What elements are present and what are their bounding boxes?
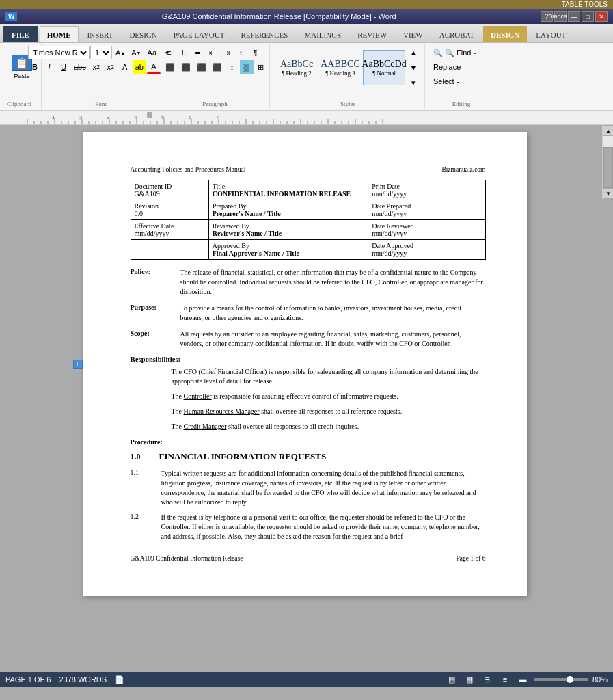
numbering-button[interactable]: 1. bbox=[177, 46, 191, 59]
italic-button[interactable]: I bbox=[42, 60, 56, 74]
svg-text:2: 2 bbox=[79, 114, 83, 120]
font-family-select[interactable]: Times New Ro... bbox=[28, 46, 90, 59]
view-outline[interactable]: ≡ bbox=[498, 673, 512, 686]
heading2-style-item[interactable]: AaBbCc ¶ Heading 2 bbox=[275, 50, 318, 85]
shrink-font-button[interactable]: A▼ bbox=[128, 46, 144, 59]
normal-preview: AaBbCcDd bbox=[362, 59, 406, 70]
page-footer: G&A109 Confidential Information Release … bbox=[131, 555, 486, 562]
title-bar-center: G&A109 Confidential Information Release … bbox=[17, 12, 541, 21]
scroll-up-button[interactable]: ▲ bbox=[603, 125, 613, 136]
align-center-button[interactable]: ⬛ bbox=[178, 60, 193, 74]
find-button[interactable]: 🔍 🔍 Find - bbox=[431, 46, 492, 59]
approved-by-label: Approved By bbox=[213, 242, 365, 250]
table-tools-header: TABLE TOOLS bbox=[0, 0, 613, 9]
align-right-button[interactable]: ⬛ bbox=[194, 60, 209, 74]
zoom-slider[interactable] bbox=[534, 678, 588, 681]
title-bar-right[interactable]: ? Bianca... — □ ✕ bbox=[541, 11, 608, 22]
tab-layout[interactable]: LAYOUT bbox=[528, 26, 573, 42]
minimize-button[interactable]: — bbox=[568, 11, 580, 22]
underline-button[interactable]: U bbox=[57, 60, 70, 74]
user-button[interactable]: Bianca... bbox=[554, 11, 567, 22]
procedure-section: Procedure: 1.0 FINANCIAL INFORMATION REQ… bbox=[131, 438, 486, 541]
add-row-button[interactable]: + bbox=[73, 360, 83, 369]
date-reviewed-label: Date Reviewed bbox=[372, 222, 481, 230]
shading-button[interactable]: ▒ bbox=[240, 60, 254, 74]
scroll-thumb[interactable] bbox=[603, 147, 613, 188]
editing-group: 🔍 🔍 Find - Replace Select - Editing bbox=[426, 44, 496, 109]
select-button[interactable]: Select - bbox=[431, 75, 492, 88]
revision-cell: Revision 0.0 bbox=[131, 200, 208, 220]
view-full-reading[interactable]: ▦ bbox=[463, 673, 476, 686]
text-effects-button[interactable]: A bbox=[118, 60, 132, 74]
tab-mailings[interactable]: MAILINGS bbox=[297, 26, 349, 42]
normal-style-item[interactable]: AaBbCcDd ¶ Normal bbox=[363, 50, 405, 85]
justify-button[interactable]: ⬛ bbox=[210, 60, 225, 74]
replace-button[interactable]: Replace bbox=[431, 60, 492, 74]
date-approved-cell: Date Approved mm/dd/yyyy bbox=[368, 240, 485, 260]
view-web-layout[interactable]: ⊞ bbox=[480, 673, 494, 686]
case-button[interactable]: Aa bbox=[145, 46, 159, 59]
tab-page-layout[interactable]: PAGE LAYOUT bbox=[166, 26, 232, 42]
tab-insert[interactable]: INSERT bbox=[80, 26, 121, 42]
window-title: G&A109 Confidential Information Release … bbox=[162, 12, 396, 21]
font-group: Times New Ro... 12 A▲ A▼ Aa ✦ B I U abc … bbox=[43, 44, 159, 109]
font-size-select[interactable]: 12 bbox=[90, 46, 112, 59]
tab-view[interactable]: VIEW bbox=[396, 26, 431, 42]
bullets-button[interactable]: ≡ bbox=[163, 46, 176, 59]
sort-button[interactable]: ↕ bbox=[234, 46, 248, 59]
font-color-button[interactable]: A bbox=[147, 60, 161, 74]
print-date-value: mm/dd/yyyy bbox=[372, 190, 481, 198]
document-page[interactable]: + Accounting Policies and Procedures Man… bbox=[83, 132, 527, 596]
zoom-level: 80% bbox=[592, 675, 608, 684]
grow-font-button[interactable]: A▲ bbox=[113, 46, 128, 59]
superscript-button[interactable]: x2 bbox=[104, 60, 118, 74]
decrease-indent-button[interactable]: ⇤ bbox=[206, 46, 219, 59]
title-value: CONFIDENTIAL INFORMATION RELEASE bbox=[213, 190, 365, 198]
strikethrough-button[interactable]: abc bbox=[71, 60, 89, 74]
policy-text: The release of financial, statistical, o… bbox=[180, 268, 486, 297]
close-button[interactable]: ✕ bbox=[595, 11, 608, 22]
tab-file[interactable]: FILE bbox=[3, 26, 38, 42]
bold-button[interactable]: B bbox=[28, 60, 42, 74]
svg-rect-61 bbox=[147, 112, 152, 118]
title-bar-left: W bbox=[5, 12, 17, 21]
procedure-header: Procedure: bbox=[131, 438, 486, 446]
view-print-layout[interactable]: ▤ bbox=[445, 673, 459, 686]
scope-label: Scope: bbox=[131, 329, 175, 349]
cm-link: Credit Manager bbox=[184, 422, 227, 430]
styles-scroll-up[interactable]: ▲ bbox=[407, 46, 420, 59]
tab-references[interactable]: REFERENCES bbox=[233, 26, 295, 42]
line-spacing-button[interactable]: ↕ bbox=[226, 60, 239, 74]
empty-cell bbox=[131, 240, 208, 260]
svg-text:1: 1 bbox=[52, 114, 55, 120]
prepared-by-value: Preparer's Name / Title bbox=[213, 210, 365, 217]
show-formatting-button[interactable]: ¶ bbox=[249, 46, 262, 59]
highlight-button[interactable]: ab bbox=[133, 60, 146, 74]
tab-acrobat[interactable]: ACROBAT bbox=[432, 26, 482, 42]
increase-indent-button[interactable]: ⇥ bbox=[220, 46, 234, 59]
tab-home[interactable]: HOME bbox=[40, 26, 79, 42]
vertical-scrollbar[interactable]: ▲ ▼ bbox=[602, 125, 613, 199]
multilevel-button[interactable]: ≣ bbox=[191, 46, 205, 59]
tab-review[interactable]: REVIEW bbox=[350, 26, 394, 42]
subscript-button[interactable]: x2 bbox=[90, 60, 103, 74]
svg-text:7: 7 bbox=[216, 114, 219, 120]
section-1-num: 1.0 bbox=[131, 452, 151, 462]
scope-text: All requests by an outsider to an employ… bbox=[180, 329, 486, 349]
table-row: Approved By Final Approver's Name / Titl… bbox=[131, 240, 485, 260]
maximize-button[interactable]: □ bbox=[582, 11, 594, 22]
date-prepared-label: Date Prepared bbox=[372, 202, 481, 210]
print-date-cell: Print Date mm/dd/yyyy bbox=[368, 180, 485, 200]
scroll-down-button[interactable]: ▼ bbox=[603, 188, 613, 199]
styles-scroll-down[interactable]: ▼ bbox=[407, 61, 420, 75]
align-left-button[interactable]: ⬛ bbox=[163, 60, 178, 74]
date-reviewed-cell: Date Reviewed mm/dd/yyyy bbox=[368, 220, 485, 240]
policy-label: Policy: bbox=[131, 268, 175, 297]
tab-design[interactable]: DESIGN bbox=[122, 26, 164, 42]
borders-button[interactable]: ⊞ bbox=[254, 60, 268, 74]
sub-1-2-num: 1.2 bbox=[131, 513, 148, 541]
view-draft[interactable]: ▬ bbox=[516, 673, 530, 686]
tab-table-design[interactable]: DESIGN bbox=[483, 26, 527, 42]
heading3-style-item[interactable]: AABBCC ¶ Heading 3 bbox=[319, 50, 362, 85]
styles-expand[interactable]: ▾ bbox=[407, 76, 420, 90]
